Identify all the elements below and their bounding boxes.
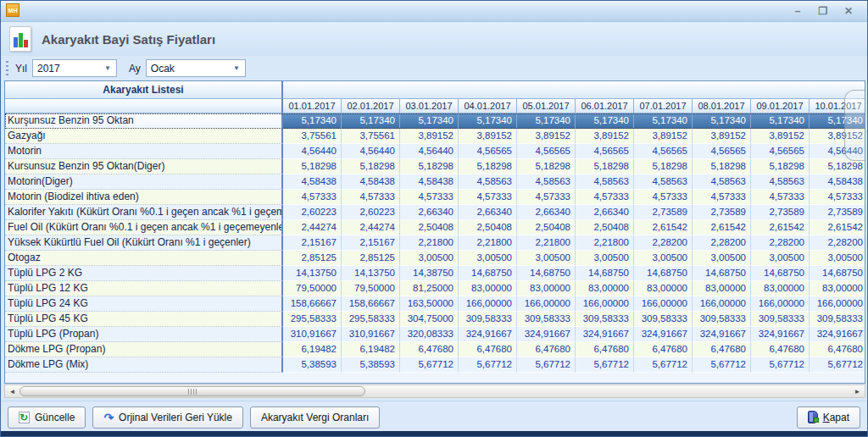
price-cell[interactable]: 4,58438 [400, 174, 459, 190]
price-cell[interactable]: 310,91667 [342, 327, 400, 342]
date-column-header[interactable]: 09.01.2017 [751, 99, 810, 113]
price-cell[interactable]: 2,73589 [634, 205, 693, 220]
price-cell[interactable]: 3,89152 [634, 129, 693, 144]
price-cell[interactable]: 6,47680 [693, 342, 751, 357]
price-cell[interactable]: 3,89152 [400, 129, 459, 144]
price-cell[interactable]: 4,58563 [517, 174, 576, 190]
fuel-name-cell[interactable]: Tüplü LPG 45 KG [5, 312, 283, 327]
fuel-name-cell[interactable]: Motorin(Diger) [5, 174, 283, 190]
price-cell[interactable]: 5,17340 [400, 113, 459, 129]
price-cell[interactable]: 324,91667 [517, 327, 576, 342]
date-column-header[interactable]: 07.01.2017 [634, 99, 693, 113]
price-cell[interactable]: 5,67712 [576, 357, 634, 373]
price-cell[interactable]: 2,44274 [283, 220, 342, 235]
price-cell[interactable]: 158,66667 [283, 296, 342, 312]
fuel-name-cell[interactable]: Dökme LPG (Propan) [5, 342, 283, 357]
price-cell[interactable]: 2,28200 [693, 235, 751, 251]
price-cell[interactable]: 4,58563 [459, 174, 517, 190]
price-cell[interactable]: 309,58333 [576, 312, 634, 327]
price-cell[interactable]: 5,18298 [810, 159, 865, 174]
fuel-name-cell[interactable]: Kursunsuz Benzin 95 Oktan(Diger) [5, 159, 283, 174]
fuel-name-cell[interactable]: Motorin [5, 144, 283, 159]
price-cell[interactable]: 5,18298 [634, 159, 693, 174]
date-column-header[interactable]: 05.01.2017 [517, 99, 576, 113]
price-cell[interactable]: 2,21800 [576, 235, 634, 251]
price-cell[interactable]: 6,47680 [576, 342, 634, 357]
date-column-header[interactable]: 02.01.2017 [342, 99, 400, 113]
price-cell[interactable]: 83,00000 [751, 281, 810, 296]
price-cell[interactable]: 4,57333 [517, 190, 576, 205]
price-cell[interactable]: 166,00000 [751, 296, 810, 312]
price-cell[interactable]: 5,17340 [634, 113, 693, 129]
price-cell[interactable]: 14,68750 [517, 266, 576, 281]
price-cell[interactable]: 2,73589 [810, 205, 865, 220]
price-cell[interactable]: 4,57333 [342, 190, 400, 205]
price-cell[interactable]: 4,57333 [693, 190, 751, 205]
horizontal-scrollbar[interactable]: ◄ ► [4, 384, 865, 398]
price-cell[interactable]: 324,91667 [751, 327, 810, 342]
price-cell[interactable]: 3,00500 [751, 251, 810, 266]
price-cell[interactable]: 5,17340 [342, 113, 400, 129]
price-cell[interactable]: 4,56565 [634, 144, 693, 159]
toolbar-grip-icon[interactable] [6, 61, 8, 76]
price-cell[interactable]: 3,89152 [693, 129, 751, 144]
price-cell[interactable]: 2,50408 [517, 220, 576, 235]
price-cell[interactable]: 166,00000 [634, 296, 693, 312]
price-cell[interactable]: 6,47680 [517, 342, 576, 357]
year-select[interactable]: 2017 ▼ [32, 59, 117, 77]
price-cell[interactable]: 4,57333 [459, 190, 517, 205]
price-cell[interactable]: 5,17340 [283, 113, 342, 129]
price-cell[interactable]: 14,68750 [459, 266, 517, 281]
price-cell[interactable]: 2,50408 [576, 220, 634, 235]
price-cell[interactable]: 5,18298 [576, 159, 634, 174]
price-cell[interactable]: 309,58333 [517, 312, 576, 327]
price-cell[interactable]: 3,00500 [693, 251, 751, 266]
price-cell[interactable]: 4,58438 [283, 174, 342, 190]
price-cell[interactable]: 5,18298 [517, 159, 576, 174]
price-cell[interactable]: 2,66340 [517, 205, 576, 220]
price-cell[interactable]: 2,50408 [400, 220, 459, 235]
price-cell[interactable]: 4,56565 [693, 144, 751, 159]
date-column-header[interactable]: 04.01.2017 [459, 99, 517, 113]
fuel-name-cell[interactable]: Otogaz [5, 251, 283, 266]
price-cell[interactable]: 81,25000 [400, 281, 459, 296]
price-cell[interactable]: 2,60223 [283, 205, 342, 220]
price-cell[interactable]: 309,58333 [810, 312, 865, 327]
price-cell[interactable]: 5,18298 [283, 159, 342, 174]
scroll-right-arrow-icon[interactable]: ► [851, 385, 864, 397]
price-cell[interactable]: 14,68750 [576, 266, 634, 281]
price-cell[interactable]: 6,19482 [283, 342, 342, 357]
price-cell[interactable]: 2,66340 [459, 205, 517, 220]
price-cell[interactable]: 6,47680 [751, 342, 810, 357]
price-cell[interactable]: 5,18298 [342, 159, 400, 174]
price-cell[interactable]: 166,00000 [576, 296, 634, 312]
price-cell[interactable]: 2,85125 [342, 251, 400, 266]
date-column-header[interactable]: 08.01.2017 [693, 99, 751, 113]
price-cell[interactable]: 4,56565 [576, 144, 634, 159]
price-cell[interactable]: 5,17340 [810, 113, 865, 129]
price-cell[interactable]: 83,00000 [517, 281, 576, 296]
price-cell[interactable]: 324,91667 [693, 327, 751, 342]
price-cell[interactable]: 14,13750 [283, 266, 342, 281]
price-cell[interactable]: 4,56565 [517, 144, 576, 159]
price-cell[interactable]: 5,18298 [751, 159, 810, 174]
price-cell[interactable]: 6,47680 [810, 342, 865, 357]
price-cell[interactable]: 14,13750 [342, 266, 400, 281]
price-cell[interactable]: 5,67712 [634, 357, 693, 373]
price-cell[interactable]: 320,08333 [400, 327, 459, 342]
fuel-name-cell[interactable]: Tüplü LPG 2 KG [5, 266, 283, 281]
price-cell[interactable]: 2,66340 [400, 205, 459, 220]
fuel-name-cell[interactable]: Tüplü LPG 24 KG [5, 296, 283, 312]
price-cell[interactable]: 2,21800 [517, 235, 576, 251]
price-cell[interactable]: 3,00500 [517, 251, 576, 266]
price-cell[interactable]: 6,47680 [400, 342, 459, 357]
price-cell[interactable]: 79,50000 [283, 281, 342, 296]
price-cell[interactable]: 3,00500 [634, 251, 693, 266]
price-cell[interactable]: 4,57333 [751, 190, 810, 205]
price-cell[interactable]: 2,61542 [751, 220, 810, 235]
price-cell[interactable]: 5,17340 [576, 113, 634, 129]
price-cell[interactable]: 3,00500 [400, 251, 459, 266]
price-cell[interactable]: 14,68750 [693, 266, 751, 281]
maximize-button[interactable]: ❐ [816, 5, 830, 17]
price-cell[interactable]: 4,56440 [810, 144, 865, 159]
